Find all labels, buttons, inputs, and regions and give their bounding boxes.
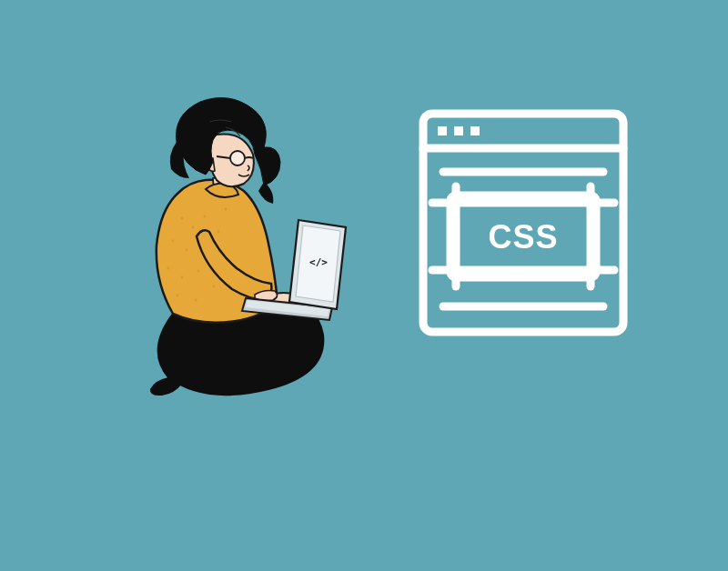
svg-point-0 xyxy=(181,217,184,220)
svg-point-8 xyxy=(197,270,200,273)
code-symbol: </> xyxy=(309,256,328,268)
svg-point-12 xyxy=(177,295,179,297)
svg-point-1 xyxy=(192,226,195,229)
svg-point-11 xyxy=(225,208,228,211)
svg-point-10 xyxy=(217,231,220,234)
svg-point-13 xyxy=(195,299,197,302)
svg-point-14 xyxy=(213,286,216,288)
svg-point-7 xyxy=(181,276,184,279)
svg-point-2 xyxy=(204,215,207,218)
svg-rect-20 xyxy=(470,126,480,135)
svg-point-6 xyxy=(167,267,170,270)
developer-illustration: </> xyxy=(118,91,355,400)
svg-point-3 xyxy=(172,240,175,243)
css-text-label: CSS xyxy=(488,218,558,255)
svg-point-4 xyxy=(186,249,188,252)
svg-rect-18 xyxy=(438,126,447,135)
svg-point-15 xyxy=(230,151,245,165)
svg-rect-19 xyxy=(454,126,463,135)
css-browser-icon: CSS xyxy=(414,105,632,341)
illustration-scene: </> xyxy=(0,0,728,571)
